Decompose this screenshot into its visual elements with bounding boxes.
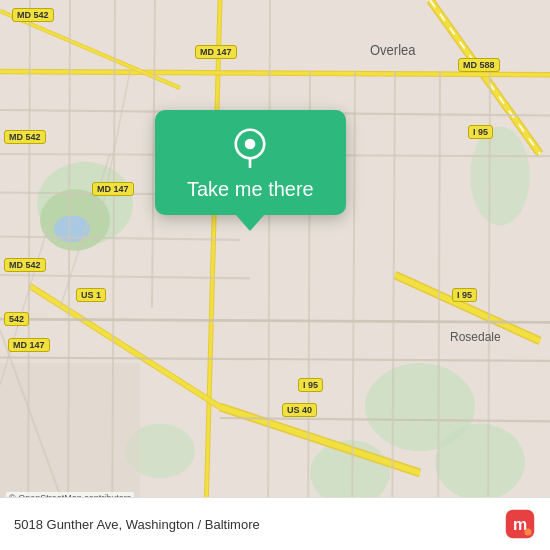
road-label-md542-3: MD 542: [4, 258, 46, 272]
popup-box[interactable]: Take me there: [155, 110, 346, 215]
road-label-542: 542: [4, 312, 29, 326]
road-label-i95-2: I 95: [452, 288, 477, 302]
road-label-md147-3: MD 147: [8, 338, 50, 352]
svg-point-50: [245, 139, 256, 150]
svg-text:Overlea: Overlea: [370, 42, 416, 58]
moovit-logo: m: [504, 508, 536, 540]
road-label-md588: MD 588: [458, 58, 500, 72]
road-label-md542-1: MD 542: [12, 8, 54, 22]
road-label-md147-2: MD 147: [92, 182, 134, 196]
navigation-popup[interactable]: Take me there: [155, 110, 346, 231]
road-label-i95-1: I 95: [468, 125, 493, 139]
road-label-md147-1: MD 147: [195, 45, 237, 59]
map-container: Overlea Rosedale MD 542 MD 542 MD 542 54…: [0, 0, 550, 550]
address-label: 5018 Gunther Ave, Washington / Baltimore: [14, 517, 260, 532]
location-pin-icon: [230, 128, 270, 168]
svg-point-8: [470, 127, 530, 226]
road-label-md542-2: MD 542: [4, 130, 46, 144]
take-me-there-label: Take me there: [187, 178, 314, 201]
road-label-us1: US 1: [76, 288, 106, 302]
popup-arrow: [236, 215, 264, 231]
road-label-us40: US 40: [282, 403, 317, 417]
bottom-bar: 5018 Gunther Ave, Washington / Baltimore…: [0, 497, 550, 550]
svg-point-54: [524, 528, 531, 535]
svg-point-5: [435, 424, 525, 501]
svg-text:Rosedale: Rosedale: [450, 329, 501, 344]
road-label-i95-3: I 95: [298, 378, 323, 392]
map-roads: Overlea Rosedale: [0, 0, 550, 550]
moovit-icon: m: [504, 508, 536, 540]
